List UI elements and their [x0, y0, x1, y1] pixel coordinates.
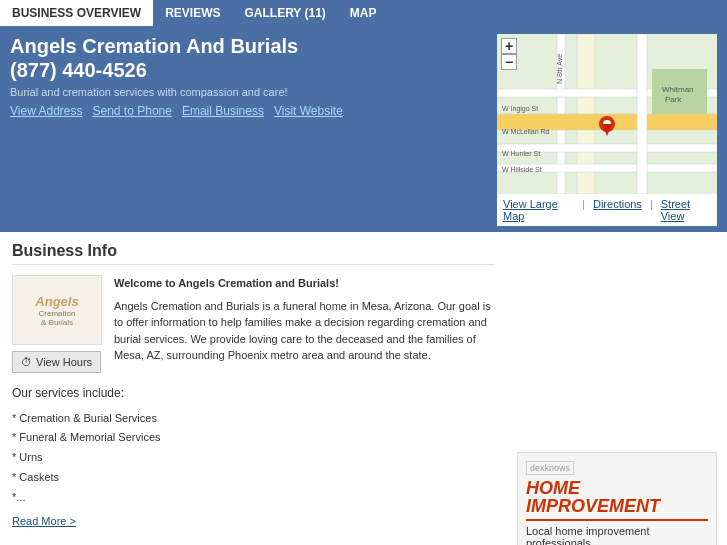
biz-logo-area: Angels Cremation & Burials ⏱ View Hours: [12, 275, 102, 373]
view-hours-button[interactable]: ⏱ View Hours: [12, 351, 101, 373]
page-header: Angels Cremation And Burials (877) 440-4…: [0, 26, 727, 232]
view-address-link[interactable]: View Address: [10, 104, 83, 118]
header-links: View Address Send to Phone Email Busines…: [10, 104, 487, 118]
visit-website-link[interactable]: Visit Website: [274, 104, 343, 118]
directions-link[interactable]: Directions: [593, 198, 642, 222]
map-preview: Whitman Park N 8th Ave W Ingigo St W McL…: [497, 34, 717, 226]
biz-logo-text: Angels Cremation & Burials: [35, 294, 78, 327]
service-item-3: * Urns: [12, 448, 495, 468]
service-item-1: * Cremation & Burial Services: [12, 409, 495, 429]
biz-logo: Angels Cremation & Burials: [12, 275, 102, 345]
read-more-link[interactable]: Read More >: [12, 515, 76, 527]
services-section: Our services include: * Cremation & Buri…: [12, 383, 495, 531]
street-view-link[interactable]: Street View: [661, 198, 711, 222]
svg-text:W Hunter St: W Hunter St: [502, 150, 540, 157]
business-subtitle: Burial and cremation services with compa…: [10, 86, 487, 98]
tab-reviews[interactable]: REVIEWS: [153, 0, 232, 26]
ad-header: dexknows: [526, 461, 708, 475]
tab-gallery[interactable]: GALLERY (11): [232, 0, 337, 26]
ad-title: HOME IMPROVEMENT: [526, 479, 708, 515]
ad-box: dexknows HOME IMPROVEMENT Local home imp…: [517, 452, 717, 545]
svg-text:W Ingigo St: W Ingigo St: [502, 105, 538, 113]
email-business-link[interactable]: Email Business: [182, 104, 264, 118]
view-large-map-link[interactable]: View Large Map: [503, 198, 574, 222]
svg-text:Park: Park: [665, 95, 682, 104]
service-item-5: *...: [12, 488, 495, 508]
map-image: Whitman Park N 8th Ave W Ingigo St W McL…: [497, 34, 717, 194]
map-link-bar: View Large Map | Directions | Street Vie…: [497, 194, 717, 226]
service-item-2: * Funeral & Memorial Services: [12, 428, 495, 448]
map-zoom-out[interactable]: −: [501, 54, 517, 70]
sidebar: dexknows HOME IMPROVEMENT Local home imp…: [507, 232, 727, 545]
svg-rect-7: [637, 34, 647, 194]
service-item-4: * Caskets: [12, 468, 495, 488]
send-to-phone-link[interactable]: Send to Phone: [93, 104, 172, 118]
svg-text:N 8th Ave: N 8th Ave: [556, 54, 563, 84]
business-info-title: Business Info: [12, 242, 495, 265]
ad-logo: dexknows: [526, 461, 574, 475]
biz-description: Welcome to Angels Cremation and Burials!…: [114, 275, 495, 373]
svg-text:Whitman: Whitman: [662, 85, 694, 94]
map-zoom-in[interactable]: +: [501, 38, 517, 54]
biz-info-top: Angels Cremation & Burials ⏱ View Hours …: [12, 275, 495, 373]
content-area: Business Info Angels Cremation & Burials…: [0, 232, 507, 545]
business-name: Angels Cremation And Burials (877) 440-4…: [10, 34, 487, 82]
tab-map[interactable]: MAP: [338, 0, 389, 26]
svg-text:W McLellan Rd: W McLellan Rd: [502, 128, 550, 135]
clock-icon: ⏱: [21, 356, 32, 368]
header-left: Angels Cremation And Burials (877) 440-4…: [10, 34, 487, 226]
tab-business-overview[interactable]: BUSINESS OVERVIEW: [0, 0, 153, 26]
main-content: Business Info Angels Cremation & Burials…: [0, 232, 727, 545]
nav-tabs: BUSINESS OVERVIEW REVIEWS GALLERY (11) M…: [0, 0, 727, 26]
ad-line1: Local home improvement professionals.: [526, 525, 708, 545]
svg-text:W Hillside St: W Hillside St: [502, 166, 542, 173]
map-controls: + −: [501, 38, 517, 70]
